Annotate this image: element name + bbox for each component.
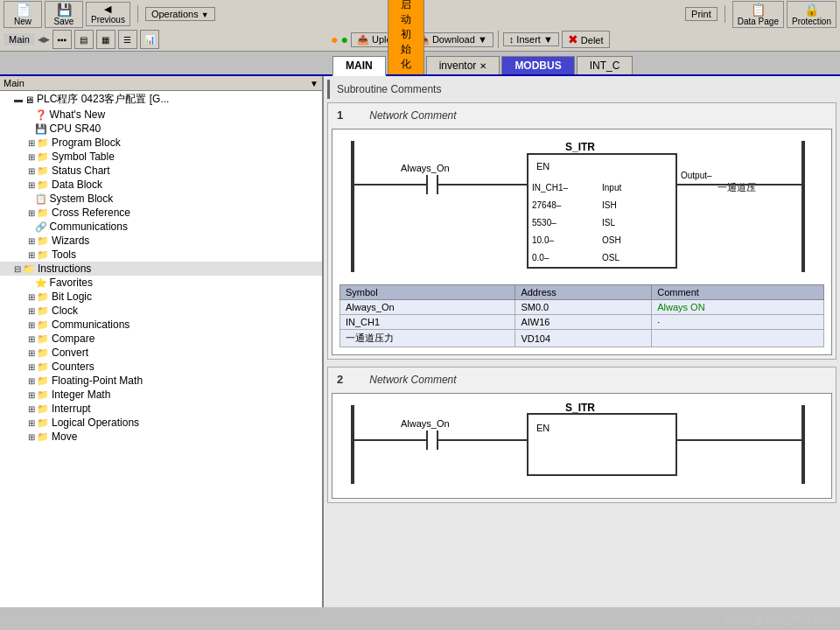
col-address: Address [515,285,652,300]
expand-crossref[interactable]: ⊞ [28,208,35,218]
ladder-2: Always_On S_ITR EN [332,393,832,499]
tree-label-logicalops: Logical Operations [52,416,139,429]
expand-bitlogic[interactable]: ⊞ [28,292,35,302]
svg-text:ISL: ISL [602,218,615,228]
expand-floatmath[interactable]: ⊞ [28,376,35,386]
tree-label-floatmath: Floating-Point Math [52,374,143,387]
tree-item-logicalops[interactable]: ⊞ 📁 Logical Operations [0,416,322,430]
compare-icon: 📁 [37,333,49,345]
network-1-num: 1 [332,107,348,123]
tree-item-compare[interactable]: ⊞ 📁 Compare [0,332,322,346]
save-button[interactable]: 💾 Save [45,1,83,28]
expand-program[interactable]: ⊞ [28,138,35,148]
ladder-1: Always_On S_ITR EN IN_CH1– Input 27648– [332,129,832,355]
symbol-icon: 📁 [37,151,49,163]
tree-item-interrupt[interactable]: ⊞ 📁 Interrupt [0,402,322,416]
sep3 [498,31,499,48]
tree-label-intmath: Integer Math [52,388,110,401]
tree-item-intmath[interactable]: ⊞ 📁 Integer Math [0,388,322,402]
tree-item-datablock[interactable]: ⊞ 📁 Data Block [0,178,322,192]
expand-datablock[interactable]: ⊞ [28,180,35,190]
tree-item-cpu[interactable]: 💾 CPU SR40 [0,122,322,136]
tree-item-status[interactable]: ⊞ 📁 Status Chart [0,164,322,178]
tree-item-favorites[interactable]: ⭐ Favorites [0,276,322,290]
expand-comms2[interactable]: ⊞ [28,320,35,330]
grid-btn5[interactable]: 📊 [140,30,159,49]
expand-clock[interactable]: ⊞ [28,306,35,316]
right-panel: Subroutine Comments 1 Network Comment Al… [324,76,840,607]
cell-address: SM0.0 [515,300,652,315]
expand-instructions[interactable]: ⊟ [14,264,21,274]
expand-convert[interactable]: ⊞ [28,348,35,358]
tab-init[interactable]: 启动初始化 [388,0,424,74]
new-button[interactable]: 📄 New [4,1,42,28]
expand-move[interactable]: ⊞ [28,432,35,442]
tree-label-comms2: Communications [52,318,130,331]
svg-text:0.0–: 0.0– [532,253,550,262]
tree-item-crossref[interactable]: ⊞ 📁 Cross Reference [0,206,322,220]
tree-item-program[interactable]: ⊞ 📁 Program Block [0,136,322,150]
comms-icon: 🔗 [35,221,47,233]
tab-inventor[interactable]: inventor ✕ [426,56,500,74]
tree-label-clock: Clock [52,304,78,317]
tab-modbus[interactable]: MODBUS [501,56,574,74]
expand-status[interactable]: ⊞ [28,166,35,176]
tree-item-whatsnew[interactable]: ❓ What's New [0,108,322,122]
tree-item-tools[interactable]: ⊞ 📁 Tools [0,248,322,262]
tree-item-bitlogic[interactable]: ⊞ 📁 Bit Logic [0,290,322,304]
tree-label-counters: Counters [52,360,94,373]
grid-btn3[interactable]: ▦ [96,30,116,49]
operations-button[interactable]: Operations ▼ [145,7,215,21]
expand-counters[interactable]: ⊞ [28,362,35,372]
expand-symbol[interactable]: ⊞ [28,152,35,162]
tree-item-move[interactable]: ⊞ 📁 Move [0,430,322,444]
tab-main[interactable]: MAIN [332,56,386,76]
tree-item-plc[interactable]: ▬ 🖥 PLC程序 0423客户配置 [G... [0,91,322,108]
svg-text:S_ITR: S_ITR [565,141,595,153]
svg-rect-34 [528,414,676,475]
clock-icon: 📁 [37,305,49,317]
tree-label-compare: Compare [52,332,94,345]
sysblock-icon: 📋 [35,193,47,205]
expand-logicalops[interactable]: ⊞ [28,418,35,428]
status-indicator2: ● [340,32,347,46]
convert-icon: 📁 [37,347,49,359]
grid-btn2[interactable]: ▤ [74,30,94,49]
ladder-diagram-2: Always_On S_ITR EN [340,401,812,488]
tree-item-instructions[interactable]: ⊟ 📁 Instructions [0,262,322,276]
close-tab-icon[interactable]: ✕ [480,61,486,71]
expand-tools[interactable]: ⊞ [28,250,35,260]
tree-label-instructions: Instructions [38,262,91,275]
grid-btn1[interactable]: ▪▪▪ [52,30,72,49]
expand-plc[interactable]: ▬ [14,94,23,104]
tree-item-comms[interactable]: 🔗 Communications [0,220,322,234]
svg-text:EN: EN [536,423,550,433]
delete-button[interactable]: ✖ Delet [562,31,610,48]
expand-interrupt[interactable]: ⊞ [28,404,35,414]
tree-item-clock[interactable]: ⊞ 📁 Clock [0,304,322,318]
tree-item-convert[interactable]: ⊞ 📁 Convert [0,346,322,360]
tree-item-symbol[interactable]: ⊞ 📁 Symbol Table [0,150,322,164]
tree-item-wizards[interactable]: ⊞ 📁 Wizards [0,234,322,248]
expand-wizards[interactable]: ⊞ [28,236,35,246]
data-page-button[interactable]: 📋 Data Page [732,1,784,28]
tree-item-counters[interactable]: ⊞ 📁 Counters [0,360,322,374]
tree-item-sysblock[interactable]: 📋 System Block [0,192,322,206]
cell-symbol: Always_On [340,300,515,315]
svg-text:Input: Input [602,183,621,192]
svg-text:Always_On: Always_On [401,163,450,173]
ladder-diagram-1: Always_On S_ITR EN IN_CH1– Input 27648– [340,136,812,276]
svg-text:IN_CH1–: IN_CH1– [532,183,569,192]
print-button[interactable]: Print [685,7,718,21]
tree-item-floatmath[interactable]: ⊞ 📁 Floating-Point Math [0,374,322,388]
tree-item-comms2[interactable]: ⊞ 📁 Communications [0,318,322,332]
protection-button[interactable]: 🔒 Protection [787,1,836,28]
grid-btn4[interactable]: ☰ [118,30,137,49]
expand-compare[interactable]: ⊞ [28,334,35,344]
whatsnew-icon: ❓ [35,109,47,121]
expand-intmath[interactable]: ⊞ [28,390,35,400]
previous-button[interactable]: ◀ Previous [86,2,130,26]
tree-label-plc: PLC程序 0423客户配置 [G... [37,92,169,107]
insert-button[interactable]: ↕ Insert ▼ [503,32,559,46]
tab-intc[interactable]: INT_C [577,56,634,74]
